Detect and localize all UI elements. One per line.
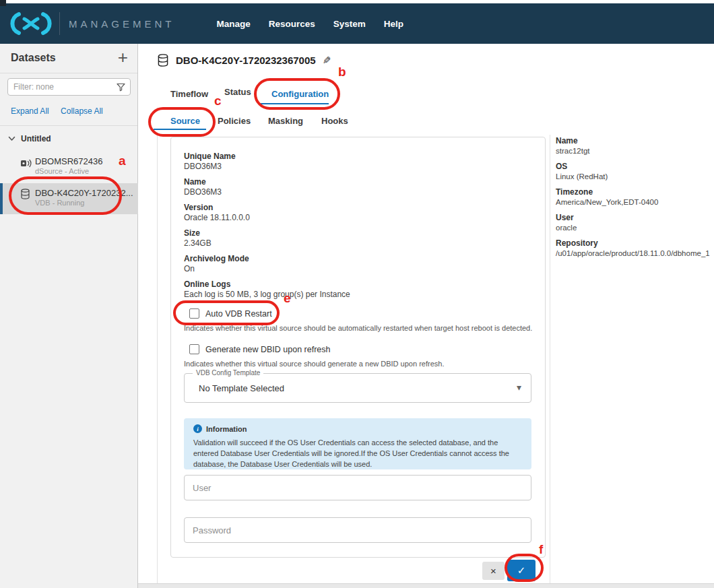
password-input[interactable] (193, 518, 523, 542)
chevron-down-icon (8, 136, 15, 141)
source-config-card: Unique Name DBO36M3 Name DBO36M3 Version… (170, 137, 546, 558)
datasets-sidebar: Datasets + Expand All Collapse All Untit… (0, 44, 138, 588)
tab-status[interactable]: Status (224, 87, 251, 97)
tab-masking[interactable]: Masking (268, 116, 303, 126)
edit-name-icon[interactable]: ✎ (323, 55, 331, 67)
detail-value: Linux (RedHat) (556, 172, 712, 182)
detail-label: Repository (556, 238, 712, 249)
dataset-status: VDB - Running (35, 199, 84, 207)
dataset-filter-field[interactable] (7, 78, 131, 96)
field-value: DBO36M3 (184, 187, 350, 197)
field-label: Unique Name (184, 152, 350, 162)
tab-policies[interactable]: Policies (218, 116, 251, 126)
detail-user: User oracle (556, 213, 712, 233)
generate-dbid-checkbox[interactable]: Generate new DBID upon refresh (189, 344, 331, 354)
field-online-logs: Online Logs Each log is 50 MB, 3 log gro… (184, 280, 350, 300)
add-dataset-button[interactable]: + (118, 48, 128, 67)
checkbox-box[interactable] (189, 344, 199, 354)
dataset-filter-input[interactable] (13, 79, 115, 95)
group-label: Untitled (21, 134, 51, 143)
nav-menu: Manage Resources System Help (217, 19, 404, 29)
checkbox-label: Auto VDB Restart (205, 309, 272, 319)
field-value: Each log is 50 MB, 3 log group(s) per In… (184, 290, 350, 300)
detail-label: Name (556, 136, 712, 146)
tab-timeflow[interactable]: Timeflow (170, 89, 208, 99)
detail-os: OS Linux (RedHat) (556, 162, 712, 182)
caret-down-icon[interactable]: ▾ (517, 382, 521, 393)
annotation-letter-b: b (338, 65, 346, 79)
panel-border-left (157, 135, 158, 583)
panel-border-right (550, 135, 550, 583)
detail-value: /u01/app/oracle/product/18.11.0.0/dbhome… (556, 249, 712, 259)
field-value: Oracle 18.11.0.0.0 (184, 213, 350, 223)
tab-source[interactable]: Source (170, 116, 200, 126)
dataset-status: dSource - Active (35, 167, 89, 175)
top-navbar: MANAGEMENT Manage Resources System Help (0, 3, 714, 44)
sidebar-divider (0, 73, 137, 73)
environment-details-panel: Name strac12tgt OS Linux (RedHat) Timezo… (556, 136, 712, 264)
auto-vdb-restart-checkbox[interactable]: Auto VDB Restart (189, 308, 272, 319)
nav-item-system[interactable]: System (333, 19, 366, 29)
annotation-letter-c: c (214, 94, 222, 108)
dsource-icon (20, 158, 32, 168)
vdb-config-template-select[interactable]: VDB Config Template No Template Selected… (184, 373, 531, 403)
sidebar-title: Datasets (11, 52, 56, 64)
window-corner-artifact (0, 0, 6, 6)
detail-label: Timezone (556, 187, 712, 197)
dataset-name: DBO-K4C20Y-1720232... (35, 188, 133, 198)
detail-name: Name strac12tgt (556, 136, 712, 156)
field-version: Version Oracle 18.11.0.0.0 (184, 203, 350, 223)
dataset-name: DBOMSR672436 (35, 156, 102, 166)
database-icon (20, 189, 30, 199)
nav-item-help[interactable]: Help (384, 19, 403, 29)
nav-item-resources[interactable]: Resources (269, 19, 315, 29)
field-archivelog-mode: Archivelog Mode On (184, 254, 350, 274)
collapse-all-link[interactable]: Collapse All (61, 106, 103, 116)
page-title-row: DBO-K4C20Y-1720232367005 ✎ (157, 53, 331, 67)
filter-funnel-icon[interactable] (117, 83, 125, 92)
field-label: Name (184, 177, 350, 187)
tab-source-underline (154, 129, 206, 130)
detail-timezone: Timezone America/New_York,EDT-0400 (556, 187, 712, 207)
expand-all-link[interactable]: Expand All (11, 106, 49, 116)
detail-value: strac12tgt (556, 146, 712, 156)
dataset-group-untitled[interactable]: Untitled (8, 134, 51, 143)
information-title: Information (206, 425, 247, 433)
information-banner: i Information Validation will succeed if… (184, 418, 531, 469)
user-input[interactable] (193, 476, 523, 500)
sidebar-item-dsource[interactable]: DBOMSR672436 dSource - Active (0, 156, 138, 179)
sidebar-header: Datasets + (0, 44, 137, 73)
field-value: 2.34GB (184, 238, 350, 249)
auto-vdb-restart-helper: Indicates whether this virtual source sh… (184, 324, 532, 332)
nav-item-manage[interactable]: Manage (217, 19, 251, 29)
select-label: VDB Config Template (193, 369, 263, 377)
info-icon: i (193, 424, 202, 433)
checkbox-label: Generate new DBID upon refresh (205, 345, 331, 354)
field-unique-name: Unique Name DBO36M3 (184, 152, 350, 172)
field-size: Size 2.34GB (184, 228, 350, 249)
tab-hooks[interactable]: Hooks (321, 116, 348, 126)
nav-divider (59, 12, 60, 35)
page-bottom-strip (138, 583, 714, 588)
detail-value: oracle (556, 223, 712, 233)
tab-configuration[interactable]: Configuration (271, 89, 329, 99)
checkbox-box[interactable] (189, 308, 199, 319)
tab-configuration-underline (259, 103, 329, 104)
password-field[interactable] (184, 517, 531, 543)
brand-label: MANAGEMENT (69, 18, 175, 30)
user-field[interactable] (184, 475, 531, 500)
field-name: Name DBO36M3 (184, 177, 350, 197)
select-value: No Template Selected (199, 383, 284, 393)
cancel-button[interactable]: × (482, 562, 505, 580)
field-label: Online Logs (184, 280, 350, 290)
readonly-fields: Unique Name DBO36M3 Name DBO36M3 Version… (184, 152, 350, 305)
detail-label: User (556, 213, 712, 223)
delphix-logo-icon (9, 11, 53, 36)
information-title-row: i Information (193, 424, 522, 433)
detail-repository: Repository /u01/app/oracle/product/18.11… (556, 238, 712, 259)
generate-dbid-helper: Indicates whether this virtual source sh… (184, 360, 444, 368)
field-value: On (184, 264, 350, 274)
sidebar-item-vdb-selected[interactable]: DBO-K4C20Y-1720232... VDB - Running (0, 183, 138, 214)
confirm-button[interactable]: ✓ (507, 560, 536, 581)
field-label: Archivelog Mode (184, 254, 350, 264)
